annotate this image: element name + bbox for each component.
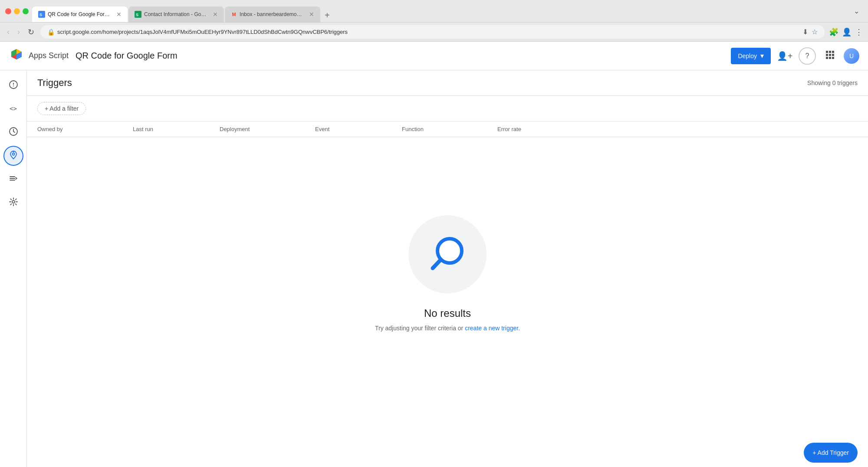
tab2-label: Contact Information - Google... xyxy=(144,11,208,17)
page-title: Triggers xyxy=(37,77,72,89)
sidebar-item-settings[interactable] xyxy=(3,193,23,213)
tab3-label: Inbox - bannerbeardemo@gm... xyxy=(240,11,305,17)
address-row: ‹ › ↻ 🔒 script.google.com/home/projects/… xyxy=(0,23,868,42)
editor-icon: <> xyxy=(9,103,18,115)
content-header: Triggers Showing 0 triggers xyxy=(27,70,868,96)
svg-rect-9 xyxy=(832,54,834,56)
sidebar-item-editor[interactable]: <> xyxy=(3,99,23,119)
sidebar-item-queues[interactable] xyxy=(3,169,23,189)
table-header: Owned by Last run Deployment Event Funct… xyxy=(27,122,868,137)
queues-icon xyxy=(9,174,18,185)
refresh-button[interactable]: ↻ xyxy=(26,26,36,39)
address-icons: ⬇ ☆ xyxy=(802,28,818,36)
svg-rect-11 xyxy=(829,57,831,59)
svg-text:S: S xyxy=(136,13,138,17)
add-trigger-container: + Add Trigger xyxy=(27,436,868,467)
sidebar-item-triggers[interactable] xyxy=(3,146,23,166)
sidebar-item-executions[interactable] xyxy=(3,122,23,142)
browser-maximize[interactable]: ⌄ xyxy=(850,5,863,17)
address-bar[interactable]: 🔒 script.google.com/home/projects/1aqsJo… xyxy=(40,25,825,39)
help-icon: ? xyxy=(806,52,809,60)
add-filter-label: + Add a filter xyxy=(45,105,79,112)
grid-icon xyxy=(825,50,834,61)
deploy-button[interactable]: Deploy ▾ xyxy=(731,48,771,64)
tab3-favicon: M xyxy=(231,11,237,18)
app-header: Apps Script QR Code for Google Form Depl… xyxy=(0,42,868,70)
no-results-title: No results xyxy=(424,307,471,319)
svg-rect-7 xyxy=(826,54,828,56)
lock-icon: 🔒 xyxy=(47,29,55,36)
executions-icon xyxy=(9,127,18,138)
traffic-lights xyxy=(5,8,29,14)
browser-tab-2[interactable]: S Contact Information - Google... ✕ xyxy=(128,7,224,22)
project-name: QR Code for Google Form xyxy=(76,51,178,61)
sidebar: <> xyxy=(0,70,27,467)
add-user-button[interactable]: 👤+ xyxy=(776,47,793,65)
more-options-icon[interactable]: ⋮ xyxy=(855,27,863,37)
browser-tabs: S QR Code for Google Form - P... ✕ S Con… xyxy=(32,0,847,22)
add-filter-button[interactable]: + Add a filter xyxy=(37,102,86,115)
col-error-rate: Error rate xyxy=(497,126,858,132)
download-icon[interactable]: ⬇ xyxy=(802,28,808,36)
profile-icon[interactable]: 👤 xyxy=(842,27,852,37)
col-function: Function xyxy=(402,126,497,132)
filter-bar: + Add a filter xyxy=(27,96,868,122)
no-results-text: Try adjusting your filter criteria or xyxy=(375,325,465,332)
content-area: Triggers Showing 0 triggers + Add a filt… xyxy=(27,70,868,467)
col-deployment: Deployment xyxy=(220,126,315,132)
svg-line-25 xyxy=(433,260,440,268)
extensions-icon[interactable]: 🧩 xyxy=(829,27,838,37)
tab3-close[interactable]: ✕ xyxy=(309,11,314,18)
tab2-close[interactable]: ✕ xyxy=(213,11,218,18)
tab1-favicon: S xyxy=(38,11,45,18)
svg-rect-4 xyxy=(826,51,828,53)
create-trigger-link[interactable]: create a new trigger. xyxy=(465,325,520,332)
tl-red[interactable] xyxy=(5,8,11,14)
new-tab-button[interactable]: + xyxy=(321,9,333,22)
add-trigger-button[interactable]: + Add Trigger xyxy=(804,443,858,463)
empty-state: No results Try adjusting your filter cri… xyxy=(27,137,868,436)
col-last-run: Last run xyxy=(133,126,220,132)
tl-yellow[interactable] xyxy=(14,8,20,14)
browser-actions: 🧩 👤 ⋮ xyxy=(829,27,863,37)
apps-script-logo: Apps Script xyxy=(9,48,69,64)
no-results-subtitle: Try adjusting your filter criteria or cr… xyxy=(375,325,520,332)
back-button[interactable]: ‹ xyxy=(5,26,11,38)
svg-rect-8 xyxy=(829,54,831,56)
browser-chrome: S QR Code for Google Form - P... ✕ S Con… xyxy=(0,0,868,23)
browser-tab-1[interactable]: S QR Code for Google Form - P... ✕ xyxy=(32,7,128,22)
col-event: Event xyxy=(315,126,402,132)
address-text: script.google.com/home/projects/1aqsJolV… xyxy=(57,29,800,35)
svg-text:S: S xyxy=(39,13,42,17)
svg-text:<>: <> xyxy=(10,105,17,112)
tab1-label: QR Code for Google Form - P... xyxy=(48,11,112,17)
showing-text: Showing 0 triggers xyxy=(807,79,858,86)
settings-icon xyxy=(9,197,18,209)
star-icon[interactable]: ☆ xyxy=(812,28,818,36)
add-user-icon: 👤+ xyxy=(777,51,793,61)
add-trigger-label: + Add Trigger xyxy=(812,449,849,456)
deploy-dropdown-arrow: ▾ xyxy=(760,52,764,60)
magnifier-icon xyxy=(426,233,469,276)
svg-rect-5 xyxy=(829,51,831,53)
app-name: Apps Script xyxy=(29,51,69,60)
magnifier-circle xyxy=(408,215,487,293)
main-layout: <> xyxy=(0,70,868,467)
col-owned-by: Owned by xyxy=(37,126,133,132)
svg-rect-12 xyxy=(832,57,834,59)
logo-svg xyxy=(9,48,24,64)
tl-green[interactable] xyxy=(23,8,29,14)
avatar[interactable]: U xyxy=(844,48,859,64)
svg-point-18 xyxy=(12,153,14,155)
overview-icon xyxy=(9,80,18,92)
google-apps-button[interactable] xyxy=(821,47,838,65)
tab1-close[interactable]: ✕ xyxy=(116,11,122,18)
svg-rect-10 xyxy=(826,57,828,59)
triggers-icon xyxy=(9,150,18,162)
browser-tab-3[interactable]: M Inbox - bannerbeardemo@gm... ✕ xyxy=(225,7,320,22)
forward-button[interactable]: › xyxy=(16,26,22,38)
help-button[interactable]: ? xyxy=(799,47,816,65)
svg-point-15 xyxy=(13,86,14,86)
svg-rect-6 xyxy=(832,51,834,53)
sidebar-item-overview[interactable] xyxy=(3,76,23,95)
